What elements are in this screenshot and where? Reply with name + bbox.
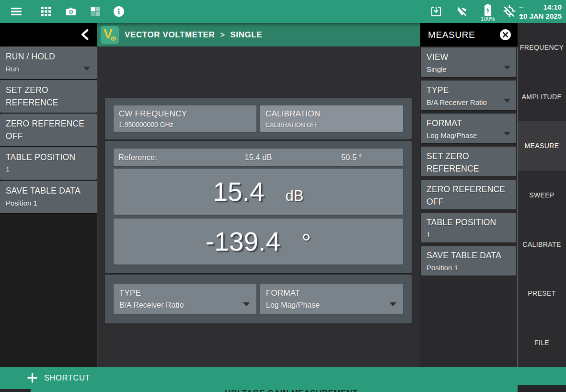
type-label: TYPE <box>119 288 251 299</box>
button-title: ZERO REFERENCE OFF <box>427 183 510 208</box>
breadcrumb: VECTOR VOLTMETER > SINGLE <box>125 30 262 40</box>
caret-down-icon <box>390 302 396 306</box>
left-button-panel: RUN / HOLD Run SET ZERO REFERENCE ZERO R… <box>0 46 97 367</box>
run-hold-button[interactable]: RUN / HOLD Run <box>0 46 97 79</box>
save-screen-icon[interactable] <box>430 6 442 17</box>
wifi-off-icon[interactable] <box>455 6 469 17</box>
close-icon[interactable] <box>499 29 511 41</box>
view-dropdown[interactable]: VIEW Single <box>421 47 516 77</box>
breadcrumb-app-name[interactable]: VECTOR VOLTMETER <box>125 30 215 40</box>
magnitude-unit: dB <box>286 187 304 205</box>
save-table-data-button-panel[interactable]: SAVE TABLE DATA Position 1 <box>421 246 516 276</box>
vector-voltmeter-app: 100% -- -- 14:10 10 JAN 2025 <box>0 0 566 392</box>
menu-item-sweep[interactable]: SWEEP <box>518 171 566 220</box>
camera-icon[interactable] <box>65 6 77 17</box>
button-value: Position 1 <box>6 198 91 208</box>
chevron-left-icon[interactable] <box>79 28 92 41</box>
calibration-label: CALIBRATION <box>266 109 398 119</box>
bottom-left-edge <box>0 389 31 392</box>
menu-item-measure[interactable]: MEASURE <box>518 121 566 171</box>
battery-icon[interactable] <box>483 4 493 16</box>
table-position-button-panel[interactable]: TABLE POSITION 1 <box>421 213 516 242</box>
phase-unit: ° <box>301 229 311 256</box>
button-title: FORMAT <box>427 117 510 129</box>
button-value: Run <box>6 64 91 74</box>
menu-icon[interactable] <box>11 6 22 17</box>
zero-reference-off-button-panel[interactable]: ZERO REFERENCE OFF <box>421 180 516 209</box>
time-text: 14:10 <box>520 2 562 12</box>
reference-label: Reference: <box>118 153 212 162</box>
zero-reference-off-button[interactable]: ZERO REFERENCE OFF <box>0 114 97 146</box>
frequency-calibration-group: CW FREQUENCY 1.950000000 GHz CALIBRATION… <box>105 98 412 139</box>
cw-frequency-field[interactable]: CW FREQUENCY 1.950000000 GHz <box>114 105 256 132</box>
button-title: SET ZERO REFERENCE <box>427 150 510 175</box>
left-panel-divider <box>97 46 97 367</box>
menu-item-calibrate[interactable]: CALIBRATE <box>518 219 566 269</box>
button-value: Position 1 <box>427 263 510 273</box>
format-value: Log Mag/Phase <box>266 301 397 310</box>
measure-panel-title: MEASURE <box>428 30 475 40</box>
app-header: V Φ VECTOR VOLTMETER > SINGLE <box>97 23 420 46</box>
magnitude-readout: 15.4 dB <box>114 169 403 215</box>
caret-down-icon <box>504 66 510 69</box>
status-bar: 100% -- -- 14:10 10 JAN 2025 <box>0 0 566 23</box>
save-table-data-button[interactable]: SAVE TABLE DATA Position 1 <box>0 181 97 213</box>
add-shortcut-button[interactable]: SHORTCUT <box>27 372 90 383</box>
type-dropdown[interactable]: TYPE B/A Receiver Ratio <box>114 284 256 314</box>
battery-percent: 100% <box>478 16 497 22</box>
format-dropdown[interactable]: FORMAT Log Mag/Phase <box>260 284 403 314</box>
split-view-icon[interactable] <box>90 6 101 17</box>
apps-grid-icon[interactable] <box>40 6 52 17</box>
cw-frequency-label: CW FREQUENCY <box>119 109 251 119</box>
menu-item-frequency[interactable]: FREQUENCY <box>518 23 566 72</box>
measure-panel-divider <box>517 46 518 367</box>
logo-phi-glyph: Φ <box>111 35 116 43</box>
button-value: 1 <box>6 165 91 174</box>
plus-icon <box>27 372 38 383</box>
calibration-field[interactable]: CALIBRATION CALIBRATION OFF <box>260 105 403 132</box>
reference-phase: 50.5 ° <box>305 153 398 162</box>
phase-readout: -139.4 ° <box>114 219 403 265</box>
menu-item-amplitude[interactable]: AMPLITUDE <box>518 72 566 122</box>
date-text: 10 JAN 2025 <box>520 12 562 21</box>
vector-voltmeter-logo: V Φ <box>101 26 119 44</box>
button-title: ZERO REFERENCE OFF <box>6 117 91 142</box>
menu-item-preset[interactable]: PRESET <box>518 269 566 318</box>
button-title: RUN / HOLD <box>6 50 91 63</box>
bottom-right-edge <box>518 385 566 392</box>
calibration-status: CALIBRATION OFF <box>266 122 398 128</box>
measurement-display: CW FREQUENCY 1.950000000 GHz CALIBRATION… <box>97 46 420 367</box>
format-label: FORMAT <box>266 288 397 299</box>
button-title: SET ZERO REFERENCE <box>6 84 91 109</box>
set-zero-reference-button-panel[interactable]: SET ZERO REFERENCE <box>421 147 516 176</box>
breadcrumb-view-name[interactable]: SINGLE <box>230 30 262 40</box>
button-value: Single <box>427 65 510 74</box>
readout-group: Reference: 15.4 dB 50.5 ° 15.4 dB -139.4… <box>105 141 412 273</box>
info-icon[interactable] <box>113 6 125 17</box>
table-position-button[interactable]: TABLE POSITION 1 <box>0 147 97 180</box>
gps-off-icon[interactable] <box>503 4 516 18</box>
button-title: VIEW <box>427 51 510 63</box>
type-dropdown-panel[interactable]: TYPE B/A Receiver Ratio <box>421 81 516 110</box>
menu-item-file[interactable]: FILE <box>518 318 566 367</box>
cw-frequency-value: 1.950000000 GHz <box>119 121 251 128</box>
breadcrumb-separator: > <box>220 31 225 39</box>
button-title: TABLE POSITION <box>6 151 91 163</box>
shortcut-label: SHORTCUT <box>44 373 90 382</box>
clipped-bottom-text: VOLTAGE GAIN MEASUREMENT <box>225 389 358 392</box>
measure-settings-panel: VIEW Single TYPE B/A Receiver Ratio FORM… <box>420 46 517 367</box>
magnitude-value: 15.4 <box>213 169 265 215</box>
button-title: TYPE <box>427 84 510 96</box>
reference-bar: Reference: 15.4 dB 50.5 ° <box>114 149 403 166</box>
button-value: Log Mag/Phase <box>427 131 510 140</box>
set-zero-reference-button[interactable]: SET ZERO REFERENCE <box>0 80 97 113</box>
button-value: B/A Receiver Ratio <box>427 98 510 107</box>
button-title: SAVE TABLE DATA <box>427 249 510 262</box>
format-dropdown-panel[interactable]: FORMAT Log Mag/Phase <box>421 114 516 143</box>
caret-down-icon <box>504 99 510 103</box>
reference-magnitude: 15.4 dB <box>212 153 305 162</box>
left-panel-header <box>0 23 97 46</box>
measure-panel-header: MEASURE <box>420 23 518 46</box>
caret-down-icon <box>504 132 510 136</box>
button-value: 1 <box>427 230 510 240</box>
